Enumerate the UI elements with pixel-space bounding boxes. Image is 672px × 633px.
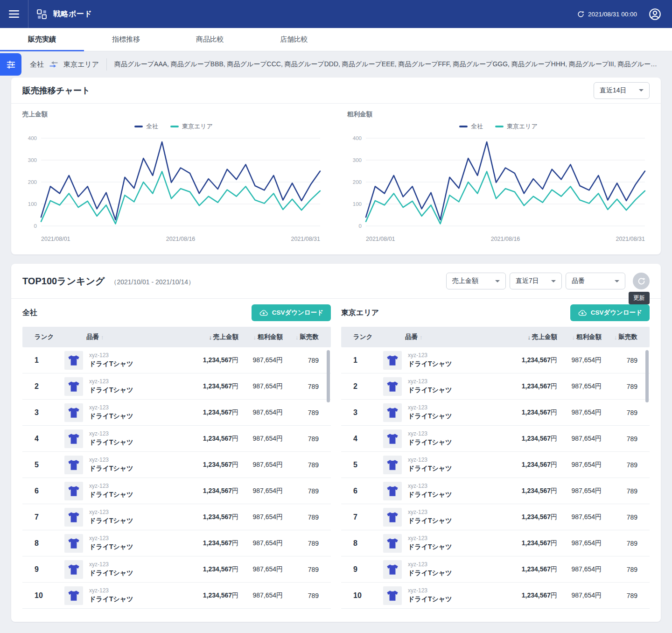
legend-item-tokyo[interactable]: 東京エリア (170, 122, 213, 131)
sales-unit: 円 (551, 539, 557, 547)
product-name: ドライTシャツ (408, 569, 452, 577)
table-scrollbar[interactable] (645, 350, 649, 402)
scope-area-label: 東京エリア (63, 60, 99, 69)
dashboard-logo-icon (36, 8, 48, 20)
column-qty[interactable]: ↓ 販売数 (283, 333, 319, 341)
svg-text:200: 200 (353, 179, 362, 185)
tab-metric-trends[interactable]: 指標推移 (84, 28, 168, 51)
filter-divider (106, 58, 107, 70)
column-sales[interactable]: ↓ 売上金額 (182, 333, 238, 341)
product-code: xyz-123 (89, 430, 133, 438)
product-code: xyz-123 (89, 378, 133, 386)
chart-period-select[interactable]: 直近14日 (594, 82, 650, 99)
sales-unit: 円 (551, 565, 557, 573)
profit-value: 987,654円 (238, 408, 283, 417)
tshirt-icon (385, 406, 399, 420)
legend-item-tokyo[interactable]: 東京エリア (495, 122, 538, 131)
gross-profit-chart-block: 粗利金額 全社 東京エリア 01002003004002021/08/01202… (336, 104, 661, 248)
profit-value: 987,654円 (238, 382, 283, 391)
legend-dash-tokyo (495, 126, 504, 127)
chart-label-sales: 売上金額 (22, 110, 325, 119)
product-thumbnail (383, 534, 402, 553)
sales-unit: 円 (551, 435, 557, 442)
table-scrollbar[interactable] (327, 350, 330, 402)
product-name: ドライTシャツ (89, 438, 133, 447)
sales-unit: 円 (551, 408, 557, 416)
tshirt-icon (67, 380, 81, 394)
sales-amount: 1,234,567 (522, 356, 551, 364)
hamburger-icon (8, 10, 20, 18)
legend-label-tokyo: 東京エリア (507, 122, 538, 131)
sales-amount: 1,234,567 (522, 487, 551, 494)
csv-download-label: CSVダウンロード (591, 309, 642, 317)
product-thumbnail (64, 508, 83, 527)
column-profit-label: 粗利金額 (258, 333, 283, 341)
tshirt-icon (385, 536, 399, 550)
account-button[interactable] (648, 7, 662, 21)
sales-amount: 1,234,567 (203, 539, 232, 547)
legend-dash-company (134, 126, 143, 127)
product-code: xyz-123 (408, 561, 452, 569)
filter-settings-button[interactable] (0, 53, 21, 76)
column-qty[interactable]: ↓ 販売数 (602, 333, 637, 341)
app-brand: 戦略ボード (28, 0, 92, 28)
product-code: xyz-123 (408, 587, 452, 595)
ranking-metric-select[interactable]: 売上金額 (446, 273, 506, 289)
swap-compare-icon (49, 60, 59, 69)
chevron-down-icon (495, 280, 500, 282)
refresh-button[interactable] (633, 273, 650, 289)
ranking-period-select[interactable]: 直近7日 (510, 273, 562, 289)
table-row: 7 xyz-123 ドライTシャツ 1,234,567円 987,654円 78… (341, 504, 650, 530)
tab-bar: 販売実績 指標推移 商品比較 店舗比較 (0, 28, 672, 51)
sales-amount: 1,234,567 (203, 487, 232, 494)
rank-value: 3 (22, 408, 64, 417)
svg-text:400: 400 (28, 135, 37, 141)
table-row: 8 xyz-123 ドライTシャツ 1,234,567円 987,654円 78… (341, 530, 650, 556)
qty-value: 789 (602, 435, 637, 443)
tab-store-compare[interactable]: 店舗比較 (252, 28, 336, 51)
ranking-metric-value: 売上金額 (452, 277, 478, 285)
column-sales-label: 売上金額 (532, 333, 557, 341)
product-code: xyz-123 (89, 457, 133, 464)
profit-value: 987,654円 (557, 487, 602, 495)
csv-download-button[interactable]: CSVダウンロード (570, 304, 650, 321)
product-name: ドライTシャツ (89, 490, 133, 499)
product-code: xyz-123 (408, 352, 452, 359)
column-profit[interactable]: ↓ 粗利金額 (238, 333, 283, 341)
product-code: xyz-123 (408, 378, 452, 386)
table-header: ランク 品番 ↑ ↓ 売上金額 ↓ 粗利金額 ↓ 販売数 (341, 327, 650, 347)
qty-value: 789 (283, 383, 319, 390)
gross-profit-line-chart: 01002003004002021/08/012021/08/162021/08… (347, 133, 650, 248)
page-title: 戦略ボード (53, 9, 92, 19)
product-code: xyz-123 (89, 404, 133, 412)
product-name: ドライTシャツ (89, 595, 133, 604)
product-name: ドライTシャツ (408, 464, 452, 473)
hamburger-menu-button[interactable] (0, 0, 28, 28)
column-rank[interactable]: ランク (341, 333, 383, 341)
sales-unit: 円 (232, 513, 238, 520)
legend-item-company[interactable]: 全社 (459, 122, 483, 131)
column-product[interactable]: 品番 ↑ (64, 333, 182, 341)
rank-value: 6 (22, 487, 64, 495)
tshirt-icon (385, 380, 399, 394)
app-header: 戦略ボード 2021/08/31 00:00 (0, 0, 672, 28)
tshirt-icon (385, 589, 399, 603)
csv-download-button[interactable]: CSVダウンロード (252, 304, 331, 321)
tab-product-compare[interactable]: 商品比較 (168, 28, 252, 51)
column-product[interactable]: 品番 ↑ (383, 333, 501, 341)
profit-value: 987,654円 (238, 435, 283, 443)
tab-sales-results[interactable]: 販売実績 (0, 28, 84, 51)
ranking-groupby-select[interactable]: 品番 (566, 273, 625, 289)
product-thumbnail (383, 403, 402, 422)
column-rank[interactable]: ランク (22, 333, 64, 341)
product-code: xyz-123 (89, 561, 133, 569)
table-row: 9 xyz-123 ドライTシャツ 1,234,567円 987,654円 78… (22, 556, 331, 583)
legend-item-company[interactable]: 全社 (134, 122, 158, 131)
rank-value: 2 (341, 382, 383, 391)
column-sales[interactable]: ↓ 売上金額 (501, 333, 557, 341)
tshirt-icon (67, 510, 81, 524)
sales-unit: 円 (232, 591, 238, 599)
sales-amount: 1,234,567 (522, 539, 551, 547)
table-row: 4 xyz-123 ドライTシャツ 1,234,567円 987,654円 78… (341, 426, 650, 452)
column-profit[interactable]: ↓ 粗利金額 (557, 333, 602, 341)
